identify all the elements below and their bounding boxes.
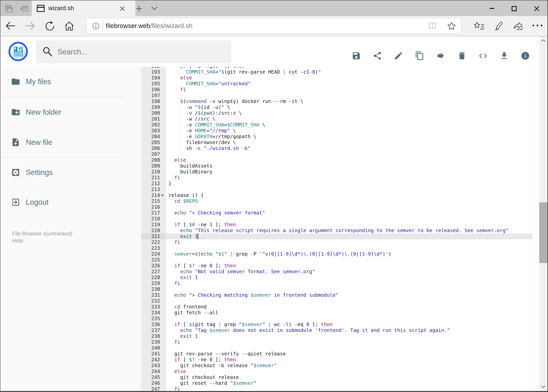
code-line[interactable] [166,204,532,210]
gutter-line-number[interactable]: 220 [141,228,160,233]
filebrowser-logo[interactable] [8,42,28,62]
sidebar-item-settings[interactable]: Settings [0,163,125,182]
gutter-line-number[interactable]: 232 [141,298,160,304]
gutter-line-number[interactable]: 242 [141,357,160,363]
gutter-line-number[interactable]: 196 [141,87,160,93]
code-line[interactable]: echo "This release script requires a sin… [166,228,532,233]
code-line[interactable]: fi [166,87,532,93]
gutter-line-number[interactable]: 245 [141,374,160,380]
code-line[interactable] [166,216,532,222]
site-info-icon[interactable] [92,22,99,29]
code-line[interactable]: exit 1 [166,233,532,239]
gutter-line-number[interactable]: 225 [141,257,160,263]
gutter-line-number[interactable]: 200 [141,110,160,116]
reading-view-icon[interactable] [429,22,436,29]
code-line[interactable]: echo "Tag $semver does not exist in subm… [166,327,532,333]
gutter-line-number[interactable]: 247 [141,386,160,391]
gutter-line-number[interactable]: 218 [141,216,160,222]
code-line[interactable]: exit 1 [166,333,532,339]
sidebar-item-logout[interactable]: Logout [0,192,125,212]
favorite-star-icon[interactable] [447,22,456,30]
code-line[interactable]: COMMIT_SHA="$(git rev-parse HEAD | cut -… [166,69,532,75]
gutter-line-number[interactable]: 237 [141,327,160,333]
code-line[interactable] [166,245,532,251]
code-line[interactable]: git reset --hard "$semver" [166,380,532,386]
gutter-line-number[interactable]: 240 [141,345,160,351]
gutter-line-number[interactable]: 197 [141,93,160,98]
gutter-line-number[interactable]: 210 [141,169,160,175]
code-line[interactable]: cd $REPO [166,198,532,204]
code-line[interactable]: semver=$(echo "$1" | grep -P '^v(0|[1-9]… [166,251,532,257]
code-line[interactable]: sh -c "./wizard.sh -b" [166,145,532,151]
gutter-line-number[interactable]: 226 [141,263,160,269]
code-line[interactable]: echo "> Checking semver format" [166,210,532,216]
url-text[interactable]: filebrowser.web/files/wizard.sh [106,18,193,34]
share-icon[interactable] [513,21,523,31]
hub-icon[interactable] [474,21,484,30]
code-line[interactable]: if [ $? -ne 0 ]; then [166,357,532,363]
gutter-line-number[interactable]: 211 [141,175,160,181]
gutter-line-number[interactable]: 229 [141,280,160,286]
code-editor[interactable]: 1921931941951961971981992002012022032042… [141,67,539,391]
code-line[interactable]: fi [166,386,532,391]
code-line[interactable]: -u "$(id -u)" \ [166,104,532,110]
tab-preview-chevron-icon[interactable] [151,7,158,10]
gutter-line-number[interactable]: 203 [141,128,160,134]
gutter-line-number[interactable]: 219 [141,222,160,228]
forward-icon[interactable] [25,21,35,31]
gutter-line-number[interactable]: 207 [141,151,160,157]
code-line[interactable] [166,298,532,304]
url-bar[interactable]: filebrowser.web/files/wizard.sh [86,18,461,34]
back-icon[interactable] [6,21,15,31]
code-line[interactable]: } [166,181,532,187]
gutter-line-number[interactable]: 244 [141,369,160,374]
scrollbar-thumb[interactable] [539,202,548,263]
code-line[interactable] [166,345,532,351]
gutter-line-number[interactable]: 216 [141,204,160,210]
gutter-line-number[interactable]: 202 [141,122,160,128]
gutter-line-number[interactable]: 201 [141,116,160,122]
code-line[interactable]: filebrowser/dev \ [166,140,532,145]
copy-button[interactable] [415,51,424,61]
info-button[interactable] [520,51,530,61]
code-line[interactable]: -w //src \ [166,116,532,122]
gutter-line-number[interactable]: 217 [141,210,160,216]
gutter-line-number[interactable]: 192 [141,67,160,69]
gutter-line-number[interactable]: 208 [141,157,160,163]
window-maximize-icon[interactable] [512,6,517,11]
gutter-line-number[interactable]: 215 [141,198,160,204]
move-button[interactable] [436,51,445,61]
gutter-line-number[interactable]: 227 [141,269,160,275]
gutter-line-number[interactable]: 214 [141,192,160,198]
tabs-set-aside-icon[interactable] [19,5,28,13]
more-options-icon[interactable] [532,24,543,27]
code-line[interactable]: release () { [166,192,532,198]
scrollbar-down-button[interactable] [539,382,548,391]
code-line[interactable]: if [ $? -ne 0 ]; then [166,263,532,269]
code-line[interactable]: echo "Not valid semver format. See semve… [166,269,532,275]
code-line[interactable]: git checkout release [166,374,532,380]
browser-tab[interactable]: wizard.sh [32,0,135,16]
gutter-line-number[interactable]: 224 [141,251,160,257]
code-line[interactable]: fi [166,239,532,245]
code-line[interactable]: -e GOPATH=//tmp/gopath \ [166,134,532,140]
sidebar-item-my-files[interactable]: My files [0,72,125,91]
gutter-line-number[interactable]: 239 [141,339,160,345]
gutter-line-number[interactable]: 246 [141,380,160,386]
code-line[interactable] [166,286,532,292]
code-line[interactable]: fi [166,280,532,286]
fold-widget-icon[interactable] [161,195,164,197]
code-line[interactable] [166,93,532,98]
gutter-line-number[interactable]: 204 [141,134,160,140]
code-line[interactable]: cd frontend [166,304,532,310]
new-tab-icon[interactable] [136,5,142,12]
save-button[interactable] [352,51,361,61]
code-line[interactable] [166,151,532,157]
gutter-line-number[interactable]: 213 [141,187,160,192]
search-box[interactable]: Search... [36,40,231,63]
code-line[interactable]: if [ $# -ne 1 ]; then [166,222,532,228]
rename-button[interactable] [394,51,403,61]
help-link[interactable]: Help [12,237,72,244]
code-line[interactable]: else [166,157,532,163]
code-line[interactable]: COMMIT_SHA="untracked" [166,81,532,87]
